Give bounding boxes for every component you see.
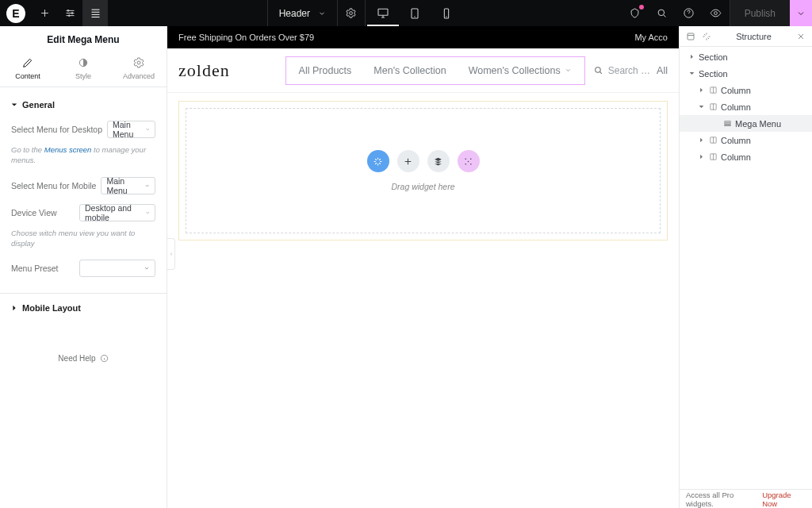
menu-desktop-hint: Go to the Menus screen to manage your me…: [11, 143, 155, 172]
device-tablet-button[interactable]: [399, 0, 431, 26]
finder-search-button[interactable]: [649, 0, 676, 26]
column-icon: [708, 136, 718, 145]
caret-right-icon: [11, 305, 17, 311]
add-widget-button[interactable]: [397, 150, 419, 172]
site-logo-text[interactable]: zolden: [178, 60, 230, 81]
section-general-toggle[interactable]: General: [11, 94, 155, 116]
add-element-button[interactable]: [32, 0, 57, 26]
tab-advanced[interactable]: Advanced: [111, 52, 167, 87]
publish-label: Publish: [745, 8, 776, 19]
tree-row-column[interactable]: Column: [680, 132, 812, 148]
tab-style[interactable]: Style: [56, 52, 111, 87]
close-structure-button[interactable]: [795, 30, 807, 43]
tree-row-column[interactable]: Column: [680, 98, 812, 115]
caret-down-icon: [11, 102, 17, 108]
menu-mobile-label: Select Menu for Mobile: [11, 181, 96, 190]
navigator-toggle-icon[interactable]: [684, 30, 697, 43]
announcement-text: Free Shipping On Orders Over $79: [178, 33, 314, 42]
nav-item-extra[interactable]: All: [657, 65, 668, 76]
help-button[interactable]: [676, 0, 703, 26]
tree-label: Column: [721, 86, 751, 95]
site-settings-button[interactable]: [57, 0, 82, 26]
menu-desktop-select[interactable]: Main Menu: [107, 121, 155, 138]
tree-row-section[interactable]: Section: [680, 65, 812, 82]
column-icon: [708, 152, 718, 162]
add-template-button[interactable]: [427, 150, 450, 172]
tree-row-column[interactable]: Column: [680, 148, 812, 165]
caret-down-icon[interactable]: [697, 104, 705, 110]
svg-point-15: [470, 158, 472, 160]
svg-point-17: [470, 163, 472, 164]
theme-part-selector[interactable]: Header: [267, 0, 338, 26]
tab-content[interactable]: Content: [0, 52, 56, 87]
menu-preset-label: Menu Preset: [11, 264, 59, 273]
elementor-logo[interactable]: E: [6, 4, 25, 23]
caret-right-icon[interactable]: [697, 87, 705, 93]
device-mobile-button[interactable]: [431, 0, 462, 26]
svg-point-16: [465, 163, 466, 164]
gear-icon: [132, 56, 145, 69]
nav-item-mens[interactable]: Men's Collection: [362, 60, 457, 81]
svg-point-14: [465, 158, 466, 160]
widget-settings-panel: Edit Mega Menu Content Style Advanced Ge…: [0, 26, 167, 508]
tree-label: Mega Menu: [735, 119, 781, 129]
svg-rect-4: [378, 9, 388, 15]
menu-mobile-select[interactable]: Main Menu: [101, 177, 155, 194]
preview-button[interactable]: [703, 0, 730, 26]
tree-row-section[interactable]: Section: [680, 48, 812, 65]
panel-collapse-handle[interactable]: [167, 238, 175, 270]
caret-right-icon[interactable]: [688, 54, 695, 60]
account-link-truncated[interactable]: My Acco: [634, 33, 668, 42]
device-view-select[interactable]: Desktop and mobile: [79, 204, 155, 221]
tree-label: Column: [721, 102, 751, 112]
info-icon: [100, 354, 109, 363]
tree-label: Section: [699, 69, 728, 79]
need-help-link[interactable]: Need Help: [11, 322, 155, 363]
tree-row-mega-menu[interactable]: Mega Menu: [680, 115, 812, 132]
panel-title: Edit Mega Menu: [0, 26, 167, 52]
svg-rect-24: [724, 125, 730, 125]
widget-icon: [722, 119, 732, 129]
svg-point-13: [595, 67, 600, 73]
tree-label: Section: [699, 52, 728, 62]
menu-desktop-label: Select Menu for Desktop: [11, 125, 102, 134]
theme-part-label: Header: [279, 8, 310, 19]
structure-toggle-button[interactable]: [82, 0, 108, 26]
structure-panel: Structure SectionSectionColumnColumnMega…: [679, 26, 812, 508]
chevron-down-icon: [145, 126, 150, 133]
announcement-bar: Free Shipping On Orders Over $79 My Acco: [167, 26, 679, 48]
tree-label: Column: [721, 136, 751, 145]
chevron-down-icon: [318, 10, 326, 17]
chevron-down-icon: [145, 210, 151, 216]
caret-right-icon[interactable]: [697, 137, 705, 143]
menus-screen-link[interactable]: Menus screen: [44, 145, 92, 154]
add-container-button[interactable]: [458, 150, 480, 172]
caret-down-icon[interactable]: [688, 71, 695, 76]
nav-item-womens[interactable]: Women's Collections: [458, 60, 583, 81]
navigator-settings-icon[interactable]: [700, 30, 713, 43]
empty-section[interactable]: Drag widget here: [178, 101, 668, 241]
add-ai-button[interactable]: [367, 150, 389, 172]
search-input[interactable]: Search …: [593, 65, 650, 76]
drop-zone[interactable]: Drag widget here: [186, 108, 661, 233]
svg-point-18: [468, 160, 469, 162]
structure-title: Structure: [716, 32, 791, 41]
publish-options-button[interactable]: [790, 0, 812, 26]
pencil-icon: [21, 56, 34, 69]
svg-point-11: [137, 61, 140, 64]
section-mobile-layout-toggle[interactable]: Mobile Layout: [11, 294, 155, 322]
nav-item-all-products[interactable]: All Products: [288, 60, 363, 81]
page-settings-button[interactable]: [338, 0, 363, 26]
upgrade-link[interactable]: Upgrade Now: [762, 491, 806, 508]
top-toolbar: E Header: [0, 0, 812, 26]
mega-menu-widget-selected[interactable]: All Products Men's Collection Women's Co…: [285, 56, 585, 85]
menu-preset-select[interactable]: [79, 260, 155, 277]
svg-rect-19: [688, 33, 694, 40]
column-icon: [708, 102, 718, 112]
device-desktop-button[interactable]: [367, 0, 399, 26]
search-icon: [593, 65, 603, 75]
notifications-button[interactable]: [622, 0, 649, 26]
chevron-down-icon: [144, 183, 150, 189]
tree-row-column[interactable]: Column: [680, 82, 812, 98]
caret-right-icon[interactable]: [697, 154, 705, 160]
